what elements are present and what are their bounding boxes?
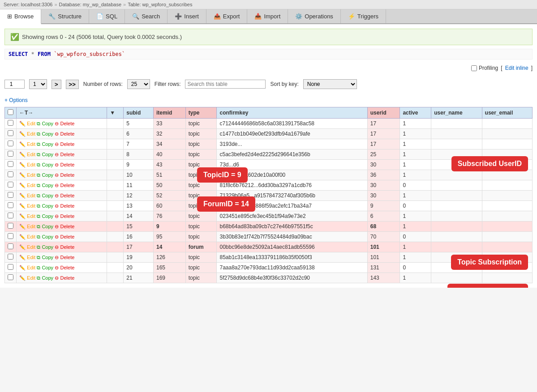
delete-btn[interactable]: ⊖ Delete bbox=[55, 234, 74, 240]
edit-btn[interactable]: ✏️ Edit bbox=[19, 183, 35, 188]
row-checkbox[interactable] bbox=[8, 202, 13, 208]
col-active[interactable]: active bbox=[400, 107, 431, 119]
profiling-checkbox[interactable] bbox=[471, 65, 477, 71]
row-checkbox[interactable] bbox=[8, 182, 13, 187]
edit-btn[interactable]: ✏️ Edit bbox=[19, 275, 35, 281]
row-checkbox[interactable] bbox=[8, 151, 13, 157]
cell-active: 0 bbox=[400, 180, 431, 191]
col-confirmkey[interactable]: confirmkey bbox=[217, 107, 367, 119]
edit-btn[interactable]: ✏️ Edit bbox=[19, 121, 35, 127]
edit-btn[interactable]: ✏️ Edit bbox=[19, 234, 35, 240]
copy-btn[interactable]: ⧉ Copy bbox=[37, 121, 53, 127]
edit-btn[interactable]: ✏️ Edit bbox=[19, 213, 35, 219]
delete-btn[interactable]: ⊖ Delete bbox=[55, 255, 74, 260]
rows-select[interactable]: 25 50 100 bbox=[127, 79, 150, 89]
col-username[interactable]: user_name bbox=[431, 107, 482, 119]
copy-btn[interactable]: ⧉ Copy bbox=[37, 183, 53, 188]
delete-btn[interactable]: ⊖ Delete bbox=[55, 275, 74, 281]
copy-btn[interactable]: ⧉ Copy bbox=[37, 172, 53, 178]
copy-btn[interactable]: ⧉ Copy bbox=[37, 162, 53, 168]
tab-triggers[interactable]: ⚡ Triggers bbox=[341, 9, 386, 23]
copy-btn[interactable]: ⧉ Copy bbox=[37, 265, 53, 271]
row-checkbox[interactable] bbox=[8, 141, 13, 146]
edit-btn[interactable]: ✏️ Edit bbox=[19, 255, 35, 260]
row-checkbox[interactable] bbox=[8, 223, 13, 229]
delete-btn[interactable]: ⊖ Delete bbox=[55, 172, 74, 178]
tab-browse[interactable]: ⊞ Browse bbox=[0, 9, 41, 24]
delete-btn[interactable]: ⊖ Delete bbox=[55, 265, 74, 271]
delete-btn[interactable]: ⊖ Delete bbox=[55, 183, 74, 188]
row-checkbox[interactable] bbox=[8, 233, 13, 239]
edit-inline-link[interactable]: Edit inline bbox=[505, 65, 528, 71]
col-useremail[interactable]: user_email bbox=[482, 107, 532, 119]
row-checkbox[interactable] bbox=[8, 120, 13, 126]
copy-btn[interactable]: ⧉ Copy bbox=[37, 244, 53, 250]
cell-username bbox=[431, 149, 482, 160]
col-itemid[interactable]: itemid bbox=[154, 107, 186, 119]
row-checkbox[interactable] bbox=[8, 274, 13, 280]
copy-btn[interactable]: ⧉ Copy bbox=[37, 203, 53, 209]
copy-btn[interactable]: ⧉ Copy bbox=[37, 152, 53, 158]
edit-btn[interactable]: ✏️ Edit bbox=[19, 224, 35, 230]
edit-btn[interactable]: ✏️ Edit bbox=[19, 244, 35, 250]
cell-username bbox=[431, 129, 482, 139]
copy-btn[interactable]: ⧉ Copy bbox=[37, 275, 53, 281]
edit-btn[interactable]: ✏️ Edit bbox=[19, 203, 35, 209]
tab-insert[interactable]: ➕ Insert bbox=[168, 9, 206, 23]
copy-btn[interactable]: ⧉ Copy bbox=[37, 141, 53, 147]
delete-btn[interactable]: ⊖ Delete bbox=[55, 224, 74, 230]
sort-select[interactable]: None bbox=[303, 79, 357, 89]
filter-input[interactable] bbox=[185, 80, 266, 89]
row-checkbox[interactable] bbox=[8, 213, 13, 218]
row-checkbox[interactable] bbox=[8, 243, 13, 249]
tab-sql[interactable]: 📄 SQL bbox=[89, 9, 125, 23]
tab-operations[interactable]: ⚙️ Operations bbox=[288, 9, 341, 23]
row-checkbox[interactable] bbox=[8, 264, 13, 270]
copy-btn[interactable]: ⧉ Copy bbox=[37, 213, 53, 219]
select-all-checkbox[interactable] bbox=[8, 109, 13, 115]
delete-btn[interactable]: ⊖ Delete bbox=[55, 203, 74, 209]
delete-btn[interactable]: ⊖ Delete bbox=[55, 244, 74, 250]
page-number-input[interactable] bbox=[4, 80, 25, 89]
cell-subid: 5 bbox=[124, 119, 154, 129]
col-subid[interactable]: subid bbox=[124, 107, 154, 119]
cell-subid: 17 bbox=[124, 242, 154, 252]
edit-btn[interactable]: ✏️ Edit bbox=[19, 172, 35, 178]
edit-btn[interactable]: ✏️ Edit bbox=[19, 162, 35, 168]
col-type[interactable]: type bbox=[185, 107, 217, 119]
profiling-checkbox-label[interactable]: Profiling bbox=[471, 65, 498, 71]
copy-btn[interactable]: ⧉ Copy bbox=[37, 224, 53, 230]
copy-btn[interactable]: ⧉ Copy bbox=[37, 131, 53, 137]
copy-btn[interactable]: ⧉ Copy bbox=[37, 193, 53, 199]
row-checkbox[interactable] bbox=[8, 161, 13, 167]
copy-btn[interactable]: ⧉ Copy bbox=[37, 255, 53, 260]
cell-itemid: 126 bbox=[154, 252, 186, 263]
edit-btn[interactable]: ✏️ Edit bbox=[19, 141, 35, 147]
row-checkbox[interactable] bbox=[8, 171, 13, 177]
delete-btn[interactable]: ⊖ Delete bbox=[55, 193, 74, 199]
next-btn[interactable]: > bbox=[52, 80, 61, 89]
delete-btn[interactable]: ⊖ Delete bbox=[55, 131, 74, 137]
tab-search[interactable]: 🔍 Search bbox=[125, 9, 168, 23]
last-btn[interactable]: >> bbox=[66, 80, 79, 89]
delete-btn[interactable]: ⊖ Delete bbox=[55, 141, 74, 147]
col-userid[interactable]: userid bbox=[367, 107, 400, 119]
row-checkbox[interactable] bbox=[8, 254, 13, 260]
delete-btn[interactable]: ⊖ Delete bbox=[55, 213, 74, 219]
copy-btn[interactable]: ⧉ Copy bbox=[37, 234, 53, 240]
edit-btn[interactable]: ✏️ Edit bbox=[19, 265, 35, 271]
edit-btn[interactable]: ✏️ Edit bbox=[19, 193, 35, 199]
edit-btn[interactable]: ✏️ Edit bbox=[19, 131, 35, 137]
tab-import[interactable]: 📥 Import bbox=[247, 9, 288, 23]
delete-btn[interactable]: ⊖ Delete bbox=[55, 152, 74, 158]
delete-btn[interactable]: ⊖ Delete bbox=[55, 162, 74, 168]
row-checkbox[interactable] bbox=[8, 192, 13, 198]
tab-export[interactable]: 📤 Export bbox=[206, 9, 248, 23]
page-select[interactable]: 1 bbox=[29, 79, 47, 89]
server-label: Server: localhost:3306 bbox=[4, 2, 52, 7]
tab-structure[interactable]: 🔧 Structure bbox=[41, 9, 89, 23]
row-checkbox[interactable] bbox=[8, 130, 13, 136]
options-link[interactable]: + Options bbox=[4, 97, 28, 103]
delete-btn[interactable]: ⊖ Delete bbox=[55, 121, 74, 127]
edit-btn[interactable]: ✏️ Edit bbox=[19, 152, 35, 158]
